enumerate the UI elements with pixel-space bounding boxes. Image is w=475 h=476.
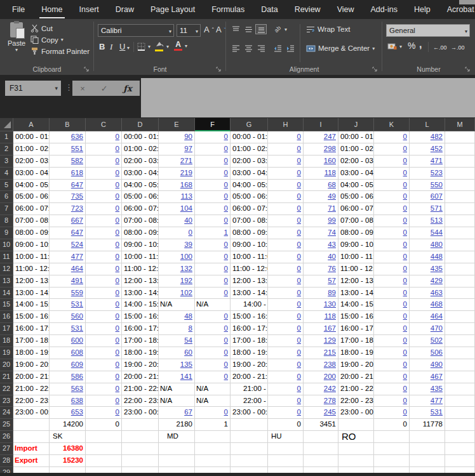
cell-L4[interactable]: 523 [410,168,445,180]
cell-M27[interactable] [445,443,475,455]
cell-I21[interactable]: 200 [304,371,338,383]
cell-E22[interactable]: N/A [159,383,195,395]
tab-add-ins[interactable]: Add-ins [363,0,406,19]
cell-H25[interactable]: 0 [268,419,304,431]
row-header-13[interactable]: 13 [0,275,13,288]
cell-J29[interactable] [338,467,374,473]
cell-C21[interactable]: 0 [86,371,122,383]
cell-J2[interactable]: 01:00 - 02:00 [338,143,374,155]
cell-G28[interactable] [231,455,268,467]
font-color-button[interactable]: A ▾ [174,41,187,51]
font-name-combo[interactable]: Calibri ▾ [98,24,174,37]
cell-J5[interactable]: 04:00 - 05:00 [338,180,374,192]
cell-H29[interactable] [268,467,304,473]
cell-E8[interactable]: 40 [159,215,195,227]
column-header-H[interactable]: H [268,118,304,131]
cell-L21[interactable]: 467 [410,371,445,383]
cell-A17[interactable]: 16:00 - 17:00 [13,323,50,335]
format-painter-button[interactable]: Format Painter [30,47,90,55]
cell-D9[interactable]: 08:00 - 09:00 [122,227,159,239]
cell-K6[interactable]: 0 [374,191,410,203]
decrease-decimal-button[interactable]: →.00 [451,44,465,51]
cell-I29[interactable] [304,467,338,473]
cell-K26[interactable] [374,431,410,443]
cell-D6[interactable]: 05:00 - 06:00 [122,191,159,203]
cell-A1[interactable]: 00:00 - 01:00 [13,131,50,143]
cell-E21[interactable]: 141 [159,371,195,383]
cell-A15[interactable]: 14:00 - 15:00 [13,299,50,311]
cell-K21[interactable]: 0 [374,371,410,383]
underline-button[interactable]: U [119,42,125,51]
column-header-E[interactable]: E [159,118,195,131]
cell-A2[interactable]: 01:00 - 02:00 [13,143,50,155]
cell-J20[interactable]: 19:00 - 20:00 [338,359,374,371]
column-header-D[interactable]: D [122,118,159,131]
cell-B26[interactable]: SK [50,431,86,443]
cell-C15[interactable]: 0 [86,299,122,311]
cell-L24[interactable]: 531 [410,407,445,419]
middle-align-button[interactable] [243,24,254,34]
cell-G13[interactable]: 12:00 - 13:00 [231,275,268,288]
row-header-11[interactable]: 11 [0,251,13,263]
cell-D4[interactable]: 03:00 - 04:00 [122,168,159,180]
cell-G22[interactable]: 21:00 - 22:00 [231,383,268,395]
cell-A4[interactable]: 03:00 - 04:00 [13,168,50,180]
cell-C25[interactable]: 0 [86,419,122,431]
cell-C28[interactable] [86,455,122,467]
cell-G12[interactable]: 11:00 - 12:00 [231,263,268,275]
cell-F11[interactable]: 0 [195,251,231,263]
cell-C19[interactable]: 0 [86,347,122,359]
cell-F15[interactable]: N/A [195,299,231,311]
cell-F19[interactable]: 0 [195,347,231,359]
cell-M26[interactable] [445,431,475,443]
cell-M8[interactable] [445,215,475,227]
cell-A29[interactable] [13,467,50,473]
cell-J17[interactable]: 16:00 - 17:00 [338,323,374,335]
row-header-5[interactable]: 5 [0,180,13,192]
cell-K3[interactable]: 0 [374,155,410,168]
cell-G18[interactable]: 17:00 - 18:00 [231,335,268,347]
cell-B13[interactable]: 491 [50,275,86,288]
cell-G14[interactable]: 13:00 - 14:00 [231,288,268,300]
cell-L8[interactable]: 513 [410,215,445,227]
cell-G21[interactable]: 20:00 - 21:00 [231,371,268,383]
cell-A23[interactable]: 22:00 - 23:00 [13,395,50,407]
cell-B1[interactable]: 636 [50,131,86,143]
row-header-1[interactable]: 1 [0,131,13,143]
cell-B24[interactable]: 653 [50,407,86,419]
cell-L15[interactable]: 468 [410,299,445,311]
font-size-combo[interactable]: 11 ▾ [177,24,201,37]
column-header-A[interactable]: A [13,118,50,131]
cell-L7[interactable]: 571 [410,203,445,215]
cell-C17[interactable]: 0 [86,323,122,335]
italic-button[interactable]: I [110,42,112,52]
cell-E11[interactable]: 100 [159,251,195,263]
cell-J9[interactable]: 08:00 - 09:00 [338,227,374,239]
cell-G27[interactable] [231,443,268,455]
cell-J6[interactable]: 05:00 - 06:00 [338,191,374,203]
cell-F6[interactable]: 0 [195,191,231,203]
cell-K7[interactable]: 0 [374,203,410,215]
cell-E26[interactable]: MD [159,431,195,443]
comma-style-button[interactable]: , [419,39,422,50]
cell-K5[interactable]: 0 [374,180,410,192]
cell-C4[interactable]: 0 [86,168,122,180]
cell-L1[interactable]: 482 [410,131,445,143]
clipboard-dialog-launcher-icon[interactable] [84,67,90,72]
row-header-26[interactable]: 26 [0,431,13,443]
cell-B16[interactable]: 560 [50,311,86,323]
cell-M7[interactable] [445,203,475,215]
cell-G26[interactable] [231,431,268,443]
cell-B11[interactable]: 477 [50,251,86,263]
cell-B23[interactable]: 638 [50,395,86,407]
cell-M25[interactable] [445,419,475,431]
cell-B4[interactable]: 618 [50,168,86,180]
tab-home[interactable]: Home [33,0,70,19]
cell-I27[interactable] [304,443,338,455]
cell-E24[interactable]: 67 [159,407,195,419]
cell-D16[interactable]: 15:00 - 16:00 [122,311,159,323]
cell-A19[interactable]: 18:00 - 19:00 [13,347,50,359]
align-center-button[interactable] [243,43,254,53]
cell-H26[interactable]: HU [268,431,304,443]
cell-C5[interactable]: 0 [86,180,122,192]
